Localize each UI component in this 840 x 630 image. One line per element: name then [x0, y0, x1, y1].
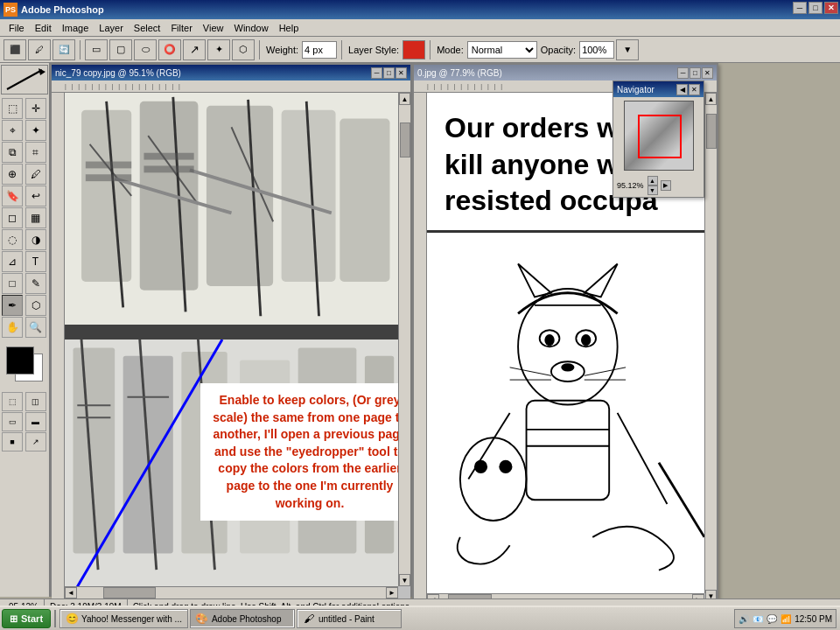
tool-gradient[interactable]: ▦ [25, 207, 46, 228]
tool-zoom[interactable]: 🔍 [25, 317, 46, 338]
toolbar-btn-1[interactable]: ⬛ [4, 39, 26, 60]
svg-point-43 [581, 334, 591, 346]
minimize-button[interactable]: ─ [793, 2, 807, 14]
title-bar: PS Adobe Photoshop ─ □ ✕ [0, 0, 840, 19]
tool-text[interactable]: T [25, 251, 46, 272]
menu-filter[interactable]: Filter [165, 21, 197, 35]
doc2-close[interactable]: ✕ [702, 67, 713, 79]
toolbar-shape-oval2[interactable]: ⭕ [158, 39, 181, 60]
menu-edit[interactable]: Edit [30, 21, 57, 35]
doc1-scrollbar-h[interactable]: ◄ ► [65, 586, 398, 598]
tool-slice[interactable]: ⌗ [25, 142, 46, 163]
nav-close-btn[interactable]: ✕ [689, 84, 700, 95]
scroll-right-btn[interactable]: ► [386, 587, 398, 598]
weight-input[interactable] [302, 41, 337, 59]
menu-select[interactable]: Select [129, 21, 166, 35]
taskbar-paint[interactable]: 🖌 untitled - Paint [297, 609, 402, 628]
toolbar-arrow[interactable]: ↗ [183, 39, 206, 60]
tool-lasso[interactable]: ⌖ [2, 120, 23, 141]
doc2-scroll-thumb[interactable] [706, 114, 717, 149]
nav-btn[interactable]: ◀ [676, 84, 688, 95]
tool-heal[interactable]: ⊕ [2, 164, 23, 185]
scroll-down-btn[interactable]: ▼ [399, 574, 410, 586]
tool-brush[interactable]: 🖊 [25, 164, 46, 185]
tool-marquee[interactable]: ⬚ [2, 98, 23, 119]
scroll-thumb-h[interactable] [103, 587, 156, 598]
doc2-minimize[interactable]: ─ [677, 67, 689, 79]
color-selector [3, 343, 46, 387]
doc2-maximize[interactable]: □ [690, 67, 701, 79]
menu-file[interactable]: File [4, 21, 30, 35]
view-maximized[interactable]: ■ [2, 432, 23, 452]
menu-image[interactable]: Image [57, 21, 94, 35]
doc2-ruler-v [414, 93, 427, 606]
tool-measure[interactable]: ⬡ [25, 295, 46, 316]
photoshop-label: Adobe Photoshop [212, 614, 282, 624]
tool-hand[interactable]: ✋ [2, 317, 23, 338]
scroll-up-btn[interactable]: ▲ [399, 93, 410, 105]
nav-zoom-down[interactable]: ▼ [648, 186, 658, 195]
toolbar-shape-oval[interactable]: ⬭ [134, 39, 157, 60]
scroll-thumb-v[interactable] [400, 122, 410, 158]
scroll-left-btn[interactable]: ◄ [65, 587, 77, 598]
toolbar-btn-3[interactable]: 🔄 [52, 39, 75, 60]
tool-eraser[interactable]: ◻ [2, 207, 23, 228]
toolbar-sep-2 [259, 40, 260, 60]
toolbox-bottom: ⬚ ◫ ▭ ▬ ■ ↗ [0, 390, 49, 453]
toolbar-star[interactable]: ✦ [207, 39, 230, 60]
tool-grid: ⬚ ✛ ⌖ ✦ ⧉ ⌗ ⊕ 🖊 🔖 ↩ ◻ ▦ ◌ ◑ ⊿ T □ ✎ ✒ ⬡ … [0, 96, 49, 340]
taskbar-yahoo[interactable]: 😊 Yahoo! Messenger with ... [60, 609, 188, 628]
nav-zoom-up[interactable]: ▲ [648, 176, 658, 186]
menu-layer[interactable]: Layer [94, 21, 129, 35]
svg-point-45 [561, 363, 574, 371]
toolbar-shape-rect[interactable]: ▭ [85, 39, 108, 60]
view-full[interactable]: ▬ [25, 412, 46, 431]
maximize-button[interactable]: □ [808, 2, 822, 14]
tool-magic-wand[interactable]: ✦ [25, 120, 46, 141]
tool-history[interactable]: ↩ [25, 186, 46, 206]
view-standard[interactable]: ▭ [2, 412, 23, 431]
doc2-scrollbar-v[interactable]: ▲ ▼ [704, 93, 717, 593]
menu-help[interactable]: Help [274, 21, 304, 35]
tool-path[interactable]: ⊿ [2, 251, 23, 272]
menu-view[interactable]: View [198, 21, 229, 35]
jump-to[interactable]: ↗ [25, 432, 46, 452]
toolbar-misc[interactable]: ⬡ [232, 39, 255, 60]
doc1-close[interactable]: ✕ [396, 67, 407, 79]
tool-dodge[interactable]: ◑ [25, 229, 46, 250]
tool-shape[interactable]: □ [2, 273, 23, 294]
layer-style-label: Layer Style: [348, 45, 399, 55]
doc1-content: | | | | | | | | | | | | | | | | | | [52, 80, 410, 598]
start-label: Start [21, 613, 43, 624]
doc1-maximize[interactable]: □ [383, 67, 395, 79]
tray-icon-4: 📶 [780, 614, 791, 624]
opacity-input[interactable] [579, 41, 614, 59]
yahoo-icon: 😊 [66, 612, 78, 625]
navigator-label: Navigator [617, 85, 654, 94]
doc1-scrollbar-v[interactable]: ▲ ▼ [398, 93, 410, 586]
close-button[interactable]: ✕ [824, 2, 838, 14]
opacity-arrow[interactable]: ▼ [616, 39, 639, 60]
tool-stamp[interactable]: 🔖 [2, 186, 23, 206]
start-button[interactable]: ⊞ Start [2, 609, 51, 628]
doc2-scroll-up[interactable]: ▲ [705, 93, 717, 105]
nav-expand[interactable]: ▶ [661, 180, 671, 191]
scroll-track-h: ◄ ► [65, 587, 398, 598]
tool-eyedropper[interactable]: ✒ [2, 295, 23, 316]
taskbar-photoshop[interactable]: 🎨 Adobe Photoshop [190, 609, 295, 628]
mode-select[interactable]: Normal [467, 41, 537, 59]
toolbar-btn-2[interactable]: 🖊 [28, 39, 51, 60]
tool-crop[interactable]: ⧉ [2, 142, 23, 163]
foreground-color[interactable] [6, 346, 34, 374]
menu-window[interactable]: Window [229, 21, 274, 35]
quick-mask-on[interactable]: ◫ [25, 392, 46, 411]
tool-blur[interactable]: ◌ [2, 229, 23, 250]
navigator-viewport-box [638, 115, 682, 158]
toolbar-shape-rect2[interactable]: ▢ [109, 39, 132, 60]
doc1-minimize[interactable]: ─ [371, 67, 382, 79]
tool-notes[interactable]: ✎ [25, 273, 46, 294]
tool-move[interactable]: ✛ [25, 98, 46, 119]
quick-mask-off[interactable]: ⬚ [2, 392, 23, 411]
tray-icon-2: 📧 [752, 614, 763, 624]
layer-style-swatch[interactable] [402, 40, 425, 60]
